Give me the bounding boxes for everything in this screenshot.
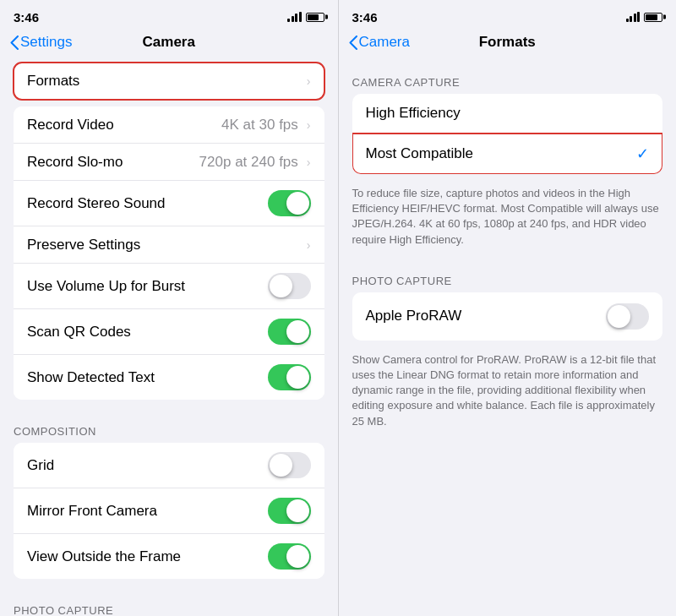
grid-row: Grid — [14, 443, 324, 488]
right-panel: 3:46 Camera Formats CAMERA CAPTURE — [339, 0, 677, 616]
scan-qr-label: Scan QR Codes — [27, 324, 131, 341]
record-stereo-row: Record Stereo Sound — [14, 181, 324, 226]
time-left: 3:46 — [14, 10, 39, 25]
photo-capture-header-left: PHOTO CAPTURE — [0, 586, 338, 616]
show-detected-label: Show Detected Text — [27, 369, 155, 386]
formats-row[interactable]: Formats › — [14, 63, 324, 100]
record-video-label: Record Video — [27, 117, 114, 134]
left-content: Formats › Record Video 4K at 30 fps › — [0, 57, 338, 616]
view-outside-row: View Outside the Frame — [14, 534, 324, 579]
scan-qr-row: Scan QR Codes — [14, 309, 324, 355]
proraw-label: Apple ProRAW — [366, 308, 462, 324]
view-outside-toggle[interactable] — [268, 543, 311, 570]
status-icons-left — [287, 12, 324, 22]
photo-capture-header-right: PHOTO CAPTURE — [339, 256, 677, 292]
record-video-chevron-icon: › — [307, 118, 311, 132]
record-slomo-row[interactable]: Record Slo-mo 720p at 240 fps › — [14, 144, 324, 181]
proraw-description: Show Camera control for ProRAW. ProRAW i… — [339, 347, 677, 438]
composition-group: Grid Mirror Front Camera — [14, 443, 324, 579]
preserve-settings-chevron-icon: › — [307, 238, 311, 252]
preserve-settings-row[interactable]: Preserve Settings › — [14, 226, 324, 264]
mirror-front-label: Mirror Front Camera — [27, 503, 157, 520]
right-content: CAMERA CAPTURE High Efficiency Most Comp… — [339, 57, 677, 616]
volume-burst-row: Use Volume Up for Burst — [14, 264, 324, 309]
show-detected-row: Show Detected Text — [14, 355, 324, 400]
record-slomo-chevron-icon: › — [307, 155, 311, 169]
formats-label: Formats — [27, 73, 79, 90]
proraw-row: Apple ProRAW — [352, 292, 663, 341]
back-button-right[interactable]: Camera — [349, 34, 410, 51]
back-button-left[interactable]: Settings — [10, 34, 72, 51]
formats-group: Formats › — [14, 63, 324, 100]
left-panel: 3:46 Settings Camera — [0, 0, 338, 616]
high-efficiency-option[interactable]: High Efficiency — [352, 94, 663, 134]
record-slomo-value: 720p at 240 fps — [199, 154, 298, 171]
battery-icon-right — [644, 13, 662, 22]
signal-icon-right — [626, 12, 641, 22]
formats-chevron-icon: › — [307, 74, 311, 88]
status-icons-right — [626, 12, 663, 22]
nav-bar-left: Settings Camera — [0, 30, 338, 57]
time-right: 3:46 — [352, 10, 378, 25]
signal-icon — [287, 12, 302, 22]
record-video-row[interactable]: Record Video 4K at 30 fps › — [14, 106, 324, 144]
preserve-settings-label: Preserve Settings — [27, 237, 140, 253]
view-outside-label: View Outside the Frame — [27, 548, 181, 565]
grid-label: Grid — [27, 457, 54, 474]
volume-burst-label: Use Volume Up for Burst — [27, 278, 185, 295]
status-bar-left: 3:46 — [0, 0, 338, 30]
format-description: To reduce file size, capture photos and … — [339, 181, 677, 256]
camera-main-group: Record Video 4K at 30 fps › Record Slo-m… — [14, 106, 324, 400]
nav-bar-right: Camera Formats — [339, 30, 677, 57]
camera-capture-header: CAMERA CAPTURE — [339, 57, 677, 94]
record-stereo-label: Record Stereo Sound — [27, 195, 166, 212]
checkmark-icon: ✓ — [636, 144, 649, 163]
battery-icon — [306, 13, 324, 22]
proraw-toggle[interactable] — [606, 303, 649, 330]
show-detected-toggle[interactable] — [268, 364, 311, 390]
most-compatible-option[interactable]: Most Compatible ✓ — [352, 134, 663, 174]
most-compatible-label: Most Compatible — [366, 145, 474, 162]
grid-toggle[interactable] — [268, 452, 311, 478]
scan-qr-toggle[interactable] — [268, 319, 311, 345]
volume-burst-toggle[interactable] — [268, 273, 311, 299]
format-options-group: High Efficiency Most Compatible ✓ — [352, 94, 663, 174]
composition-header: COMPOSITION — [0, 406, 338, 443]
status-bar-right: 3:46 — [339, 0, 677, 30]
record-video-value: 4K at 30 fps — [221, 117, 298, 134]
record-stereo-toggle[interactable] — [268, 190, 311, 216]
nav-title-left: Camera — [143, 34, 195, 51]
record-slomo-label: Record Slo-mo — [27, 154, 123, 171]
mirror-front-row: Mirror Front Camera — [14, 488, 324, 534]
mirror-front-toggle[interactable] — [268, 498, 311, 524]
high-efficiency-label: High Efficiency — [366, 105, 461, 122]
nav-title-right: Formats — [479, 34, 536, 51]
proraw-group: Apple ProRAW — [352, 292, 663, 341]
